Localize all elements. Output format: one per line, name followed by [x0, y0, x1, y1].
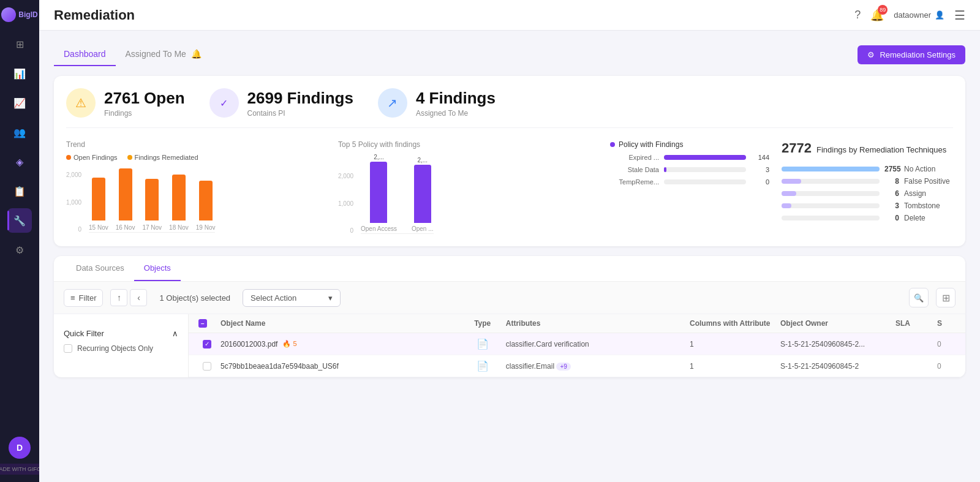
columns-icon: ⊞ [942, 292, 950, 304]
assigned-label: Assigned To Me [416, 109, 496, 118]
columns-toggle-button[interactable]: ⊞ [936, 288, 956, 307]
sidebar-item-dashboard[interactable]: ⊞ [7, 32, 32, 56]
sidebar-item-policies[interactable]: 📋 [7, 179, 32, 203]
notifications-icon[interactable]: 🔔 89 [870, 9, 884, 22]
row-attributes: classifier.Card verification [506, 340, 685, 348]
expand-icon[interactable]: ↑ [110, 289, 127, 306]
bar-fill [119, 168, 132, 220]
pf-row-temp: TempReme... 0 [610, 178, 769, 186]
remediation-settings-button[interactable]: ⚙ Remediation Settings [858, 45, 965, 64]
filter-label: Filter [79, 293, 97, 303]
technique-tombstone: 3 Tombstone [782, 201, 953, 210]
remediated-legend: Findings Remediated [127, 154, 198, 161]
stat-assigned: ↗ 4 Findings Assigned To Me [378, 88, 496, 118]
main-content: Remediation ? 🔔 89 dataowner 👤 ☰ Dashboa… [39, 0, 980, 482]
bar-fill [172, 175, 186, 220]
unchecked-box [203, 362, 211, 371]
policy-findings-section: Policy with Findings Expired ... 144 Sta… [610, 140, 769, 186]
assigned-info: 4 Findings Assigned To Me [416, 89, 496, 118]
trend-chart-section: Trend Open Findings Findings Remediated … [66, 140, 326, 233]
assigned-number: 4 Findings [416, 89, 496, 108]
open-findings-info: 2761 Open Findings [104, 89, 185, 118]
topbar-right: ? 🔔 89 dataowner 👤 ☰ [854, 8, 965, 23]
th-sla: SLA [895, 319, 932, 328]
selected-count: 1 Object(s) selected [154, 293, 235, 303]
search-button[interactable]: 🔍 [909, 288, 929, 307]
th-object-owner: Object Owner [780, 319, 891, 328]
table-row: ✓ 20160012003.pdf 🔥 5 📄 classifier.Card … [189, 333, 965, 355]
contains-pi-info: 2699 Findings Contains PI [247, 89, 353, 118]
app-logo[interactable]: BigID [1, 7, 37, 22]
row-s: 0 [937, 362, 956, 371]
table-area: Quick Filter ∧ Recurring Objects Only − [54, 314, 965, 377]
section-tabs: Data Sources Objects [54, 256, 965, 282]
pf-row-expired: Expired ... 144 [610, 154, 769, 161]
quick-filter-chevron[interactable]: ∧ [172, 329, 178, 338]
sidebar-item-reports[interactable]: 📈 [7, 91, 32, 115]
sidebar-item-remediation[interactable]: 🔧 [7, 208, 32, 233]
findings-dot [610, 142, 615, 147]
tab-data-sources[interactable]: Data Sources [66, 256, 134, 281]
charts-row: Trend Open Findings Findings Remediated … [66, 140, 953, 234]
select-all-checkbox[interactable]: − [198, 319, 207, 328]
row-object-owner: S-1-5-21-2540960845-2... [780, 340, 891, 348]
trend-bars: 15 Nov 16 Nov 17 Nov 18 Nov 19 Nov [89, 168, 215, 233]
row-checkbox-unchecked[interactable] [198, 362, 216, 371]
sidebar-item-catalog[interactable]: ◈ [7, 149, 32, 174]
help-icon[interactable]: ? [854, 9, 861, 21]
bar-17nov: 17 Nov [142, 179, 162, 231]
bar-fill [92, 178, 105, 220]
row-cols-with-attr: 1 [690, 362, 775, 371]
technique-false-positive: 8 False Positive [782, 177, 953, 186]
policy-chart-title: Top 5 Policy with findings [338, 140, 598, 149]
th-s: S [937, 319, 956, 328]
tab-assigned[interactable]: Assigned To Me 🔔 [116, 43, 211, 66]
technique-no-action: 2755 No Action [782, 165, 953, 173]
row-type-icon: 📄 [464, 338, 501, 350]
contains-pi-icon: ✓ [209, 88, 239, 118]
table-toolbar: ≡ Filter ↑ ‹ 1 Object(s) selected Select… [54, 282, 965, 314]
tab-dashboard[interactable]: Dashboard [54, 43, 116, 66]
page-title: Remediation [54, 7, 135, 23]
content-area: Dashboard Assigned To Me 🔔 ⚙ Remediation… [39, 31, 980, 482]
notification-badge: 89 [878, 5, 888, 15]
row-object-owner: S-1-5-21-2540960845-2 [780, 362, 891, 371]
trend-y-axis: 2,000 1,000 0 [66, 171, 84, 233]
username: dataowner [894, 10, 931, 20]
policy-finding-bars: Expired ... 144 Stale Data 3 TempReme... [610, 154, 769, 186]
row-checkbox-checked[interactable]: ✓ [198, 340, 216, 348]
data-table: − Object Name Type Attributes Columns wi… [189, 314, 965, 377]
technique-assign: 6 Assign [782, 189, 953, 198]
policy-bar-fill [414, 165, 431, 223]
row-s: 0 [937, 340, 956, 348]
filter-icon: ≡ [70, 293, 75, 303]
sidebar-item-users[interactable]: 👥 [7, 120, 32, 145]
row-object-name: 5c79bb1beaea1da7e594baab_US6f [221, 362, 459, 371]
user-menu[interactable]: dataowner 👤 [894, 10, 944, 20]
select-action-label: Select Action [251, 293, 296, 303]
policy-bar-fill [370, 162, 387, 223]
tab-objects[interactable]: Objects [134, 256, 181, 281]
topbar-menu-icon[interactable]: ☰ [954, 8, 965, 23]
policy-findings-title: Policy with Findings [619, 140, 683, 149]
select-action-dropdown[interactable]: Select Action ▾ [243, 289, 341, 307]
collapse-icon[interactable]: ‹ [130, 289, 147, 306]
recurring-checkbox[interactable] [64, 344, 72, 353]
bar-fill [199, 181, 213, 220]
settings-gear-icon: ⚙ [867, 50, 875, 59]
pf-row-stale: Stale Data 3 [610, 166, 769, 173]
techniques-section: 2772 Findings by Remediation Techniques … [782, 140, 953, 226]
recurring-label: Recurring Objects Only [77, 344, 153, 353]
policy-chart-section: Top 5 Policy with findings 2,000 1,000 0… [338, 140, 598, 234]
topbar: Remediation ? 🔔 89 dataowner 👤 ☰ [39, 0, 980, 31]
sidebar-item-settings[interactable]: ⚙ [7, 238, 32, 262]
user-avatar[interactable]: D [9, 437, 31, 459]
th-checkbox: − [198, 319, 216, 328]
filter-sidebar: Quick Filter ∧ Recurring Objects Only [54, 314, 189, 377]
bar-19nov: 19 Nov [196, 181, 216, 231]
th-cols-with-attr: Columns with Attribute [690, 319, 775, 328]
bottom-section: Data Sources Objects ≡ Filter ↑ ‹ 1 Obje… [54, 256, 965, 377]
filter-button[interactable]: ≡ Filter [64, 289, 103, 307]
user-avatar-icon: 👤 [935, 10, 944, 20]
sidebar-item-analytics[interactable]: 📊 [7, 61, 32, 86]
